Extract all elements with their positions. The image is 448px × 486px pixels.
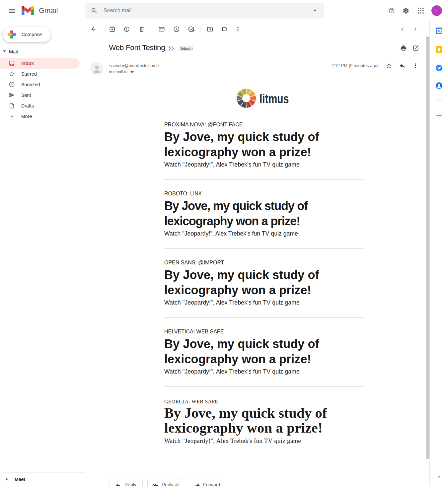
svg-text:litmus: litmus — [260, 92, 289, 105]
svg-text:31: 31 — [438, 30, 441, 33]
